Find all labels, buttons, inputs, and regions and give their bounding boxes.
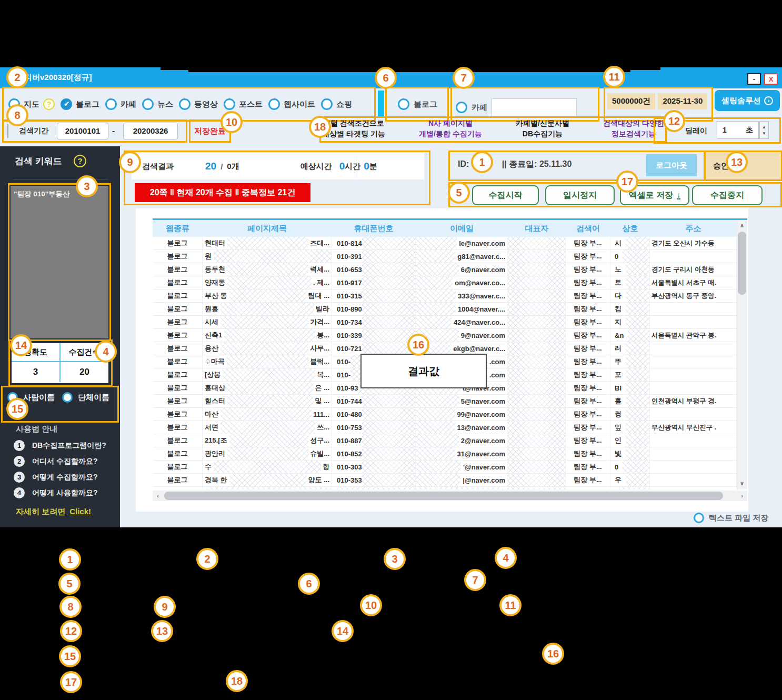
- period-from-input[interactable]: 20100101: [57, 123, 108, 139]
- more-info-link[interactable]: Click!: [69, 507, 91, 516]
- help-icon[interactable]: ?: [43, 98, 55, 110]
- guide-item-3[interactable]: 3어떻게 수집할까요?: [14, 472, 97, 483]
- feature-text-4: 검색대상의 다양한 정보검색기능: [603, 118, 664, 142]
- masked-area: [362, 263, 415, 276]
- cell-representative: [508, 329, 566, 342]
- scroll-down-icon[interactable]: ∨: [737, 480, 747, 487]
- table-row[interactable]: 블로그마산111...010-48099@naver.com팀장 부...컹: [153, 408, 737, 421]
- record-count-badge: 5000000건: [607, 93, 655, 109]
- table-row[interactable]: 블로그215.[조성구...010-8872@naver.com팀장 부...인: [153, 434, 737, 447]
- column-header-8[interactable]: 주소: [650, 220, 737, 237]
- start-collect-button[interactable]: 수집시작: [472, 185, 539, 205]
- stepper-up-icon[interactable]: ▲: [762, 125, 766, 129]
- guide-item-4[interactable]: 4어떻게 사용할까요?: [14, 487, 97, 498]
- masked-area: [626, 303, 649, 315]
- address: 경기도 오산시 가수동: [650, 239, 716, 248]
- action-label: 수집중지: [710, 190, 744, 201]
- store-name: 러: [610, 344, 626, 353]
- guide-item-1[interactable]: 1DB수집프로그램이란?: [14, 440, 106, 451]
- minimize-button[interactable]: -: [747, 73, 761, 85]
- table-row[interactable]: 블로그광안리슈빌...010-85231@naver.com팀장 부...빛: [153, 447, 737, 461]
- text-file-save-option[interactable]: 텍스트 파일 저장: [694, 513, 768, 523]
- action-label: 엑셀로 저장: [629, 190, 673, 201]
- title-end: 봉...: [315, 331, 331, 340]
- table-row[interactable]: 블로그원흥빌라010-8901004@naver....팀장 부...킴: [153, 303, 737, 316]
- delay-label: 딜레이: [685, 126, 707, 136]
- keyword-textarea[interactable]: "팀장 010"부동산: [11, 186, 108, 338]
- search-period-label: 검색기간: [19, 126, 48, 136]
- masked-area: [223, 368, 315, 381]
- help-icon[interactable]: ?: [74, 155, 86, 167]
- stop-collect-button[interactable]: 수집중지: [692, 185, 763, 205]
- scroll-right-icon[interactable]: ›: [738, 493, 746, 499]
- scroll-up-icon[interactable]: ∧: [737, 222, 747, 229]
- title-start: 수: [203, 462, 214, 472]
- title-end: 쓰...: [315, 423, 331, 432]
- table-row[interactable]: 블로그힐스터및 ...010-7445@naver.com팀장 부...홀인천광…: [153, 395, 737, 408]
- search-type-option-5[interactable]: 동영상: [179, 98, 218, 110]
- search-type-option-3[interactable]: 카페: [105, 98, 136, 110]
- masked-area: [623, 250, 649, 263]
- table-row[interactable]: 블로그원010-391g81@naver.c...팀장 부...0: [153, 250, 737, 263]
- search-type-option-8[interactable]: 쇼핑: [321, 98, 352, 110]
- table-row[interactable]: 블로그부산 동림대 ...010-315333@naver.c...팀장 부..…: [153, 289, 737, 303]
- table-row[interactable]: 블로그동두천력세...010-6536@naver.com팀장 부...노경기도…: [153, 263, 737, 276]
- table-row[interactable]: 블로그팀장 부...: [153, 487, 737, 489]
- logout-button[interactable]: 로그아웃: [646, 154, 697, 176]
- cafe-search-input[interactable]: [492, 98, 577, 116]
- cell-web-type: 블로그: [153, 276, 203, 289]
- masked-area: [416, 461, 461, 473]
- table-row[interactable]: 블로그경북 한양도 ...010-353|@naver.com팀장 부...우: [153, 474, 737, 487]
- cell-representative: [508, 276, 566, 289]
- title-start: 마산: [203, 409, 220, 419]
- table-row[interactable]: 블로그양재동. 제...010-917om@naver.co...팀장 부...…: [153, 276, 737, 289]
- period-to-input[interactable]: 20200326: [123, 123, 178, 139]
- feature-list: 포털 검색조건으로 대상별 타겟팅 기능N사 페이지별 개별/통합 수집기능카페…: [322, 118, 664, 142]
- table-row[interactable]: 블로그신축1봉...010-3399@naver.com팀장 부...&n서울특…: [153, 329, 737, 342]
- table-row[interactable]: 블로그시세가격...010-734424@naver.co...팀장 부...지: [153, 316, 737, 329]
- title-start: 서면: [203, 423, 220, 432]
- cafe-radio-option[interactable]: 카페: [456, 98, 577, 116]
- stepper-down-icon[interactable]: ▼: [762, 131, 766, 136]
- annotation-marker-12: 12: [60, 620, 82, 642]
- name-radio-option-2[interactable]: 단체이름: [62, 392, 109, 403]
- cell-phone: 010-480: [332, 408, 416, 421]
- vertical-scroll-thumb[interactable]: [738, 232, 746, 295]
- title-end: 즈대...: [308, 238, 331, 248]
- blog-radio-option[interactable]: 블로그: [398, 98, 437, 110]
- selling-solution-button[interactable]: 셀링솔루션 ›: [715, 90, 780, 111]
- column-header-5[interactable]: 대표자: [508, 220, 566, 237]
- phone: 010-917: [332, 279, 362, 287]
- close-button[interactable]: X: [764, 73, 778, 85]
- horizontal-scroll-thumb[interactable]: [164, 492, 723, 500]
- delay-input[interactable]: 1 초: [717, 121, 759, 139]
- column-header-2[interactable]: 페이지제목: [203, 220, 332, 237]
- keyword: 팀장 부...: [574, 278, 601, 287]
- scroll-left-icon[interactable]: ‹: [154, 493, 162, 499]
- search-type-label: 웹사이트: [284, 99, 315, 109]
- table-row[interactable]: 블로그수항010-303'@naver.com팀장 부...0: [153, 461, 737, 474]
- pause-button[interactable]: 일시정지: [545, 185, 615, 205]
- search-type-option-6[interactable]: 포스트: [224, 98, 263, 110]
- column-header-6[interactable]: 검색어: [566, 220, 610, 237]
- search-type-option-7[interactable]: 웹사이트: [268, 98, 315, 110]
- annotation-marker-12: 12: [663, 110, 685, 132]
- column-header-4[interactable]: 이메일: [416, 220, 508, 237]
- table-row[interactable]: 블로그현대터즈대...010-814le@naver.com팀장 부...시경기…: [153, 237, 737, 250]
- column-header-3[interactable]: 휴대폰번호: [332, 220, 416, 237]
- cell-page-title: 동두천력세...: [203, 263, 332, 276]
- search-type-option-2[interactable]: 블로그: [61, 98, 99, 110]
- email: ekgb@naver.c...: [451, 345, 507, 353]
- column-header-1[interactable]: 웹종류: [153, 220, 203, 237]
- guide-item-2[interactable]: 2어디서 수집할까요?: [14, 456, 97, 467]
- masked-area: [207, 487, 331, 489]
- radio-icon: [398, 98, 409, 110]
- table-row[interactable]: 블로그서면쓰...010-75313@naver.com팀장 부...잎부산광역…: [153, 421, 737, 434]
- search-type-option-4[interactable]: 뉴스: [142, 98, 173, 110]
- delay-stepper[interactable]: ▲ ▼: [759, 121, 769, 139]
- guide-number-icon: 3: [14, 472, 25, 483]
- masked-area: [220, 342, 308, 355]
- column-header-7[interactable]: 상호: [610, 220, 650, 237]
- cell-email: 424@naver.co...: [416, 316, 508, 328]
- masked-area: [362, 289, 415, 302]
